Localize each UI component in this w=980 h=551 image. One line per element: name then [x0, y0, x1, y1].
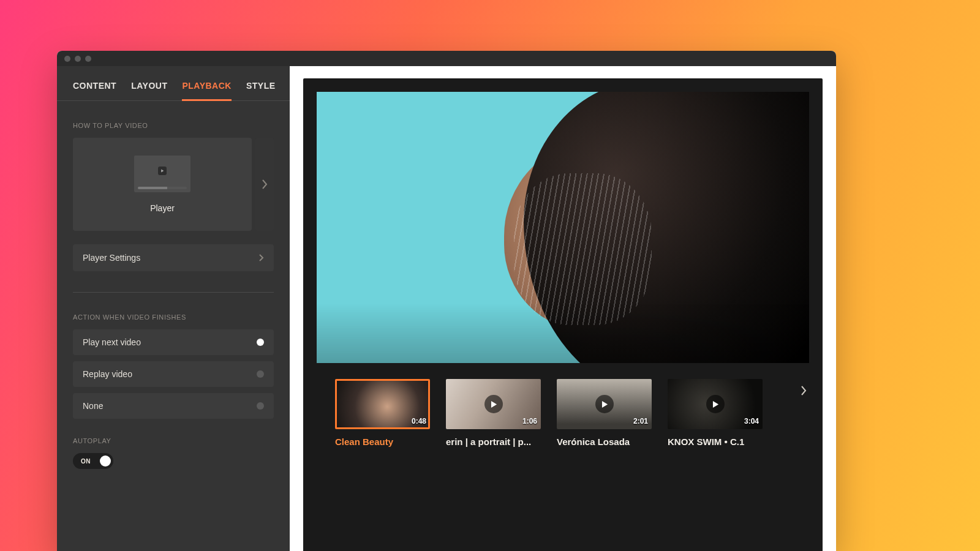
tab-layout[interactable]: LAYOUT [131, 81, 167, 100]
playlist-item: 3:04 KNOX SWIM • C.1 [668, 379, 763, 447]
finish-option-label: None [83, 401, 103, 411]
player-stage: 0:48 Clean Beauty 1:06 erin | a portrait… [303, 78, 823, 551]
tab-style[interactable]: STYLE [246, 81, 276, 100]
playlist-title[interactable]: Verónica Losada [557, 437, 652, 447]
player-thumbnail-icon [134, 156, 190, 192]
settings-sidebar: CONTENT LAYOUT PLAYBACK STYLE HOW TO PLA… [57, 66, 290, 551]
duration-badge: 1:06 [522, 417, 537, 425]
section-autoplay-label: AUTOPLAY [73, 437, 274, 453]
window-titlebar [57, 51, 836, 66]
finish-option-replay[interactable]: Replay video [73, 361, 274, 387]
play-overlay-icon [484, 395, 503, 413]
app-window: CONTENT LAYOUT PLAYBACK STYLE HOW TO PLA… [57, 51, 836, 551]
radio-indicator-icon [257, 370, 264, 378]
playlist-thumb[interactable]: 3:04 [668, 379, 763, 429]
video-art [317, 304, 809, 364]
playlist-item: 0:48 Clean Beauty [335, 379, 430, 447]
play-mode-card-player[interactable]: Player [73, 138, 252, 231]
playlist-title[interactable]: Clean Beauty [335, 437, 430, 447]
main-video-frame[interactable] [317, 92, 809, 363]
play-overlay-icon [595, 395, 614, 413]
playlist-thumb[interactable]: 0:48 [335, 379, 430, 429]
duration-badge: 2:01 [633, 417, 648, 425]
duration-badge: 0:48 [412, 417, 426, 425]
finish-action-radio-group: Play next video Replay video None [57, 329, 290, 419]
preview-pane: 0:48 Clean Beauty 1:06 erin | a portrait… [290, 66, 836, 551]
playlist-item: 2:01 Verónica Losada [557, 379, 652, 447]
play-mode-caption: Player [150, 203, 175, 213]
chevron-right-icon [262, 179, 268, 189]
finish-option-label: Replay video [83, 369, 132, 379]
chevron-right-icon [259, 254, 264, 261]
autoplay-toggle[interactable]: ON [73, 453, 113, 469]
play-icon [158, 167, 167, 175]
finish-option-none[interactable]: None [73, 393, 274, 419]
settings-tabs: CONTENT LAYOUT PLAYBACK STYLE [57, 66, 290, 101]
chevron-right-icon [801, 386, 807, 395]
tab-content[interactable]: CONTENT [73, 81, 116, 100]
playlist-thumb[interactable]: 2:01 [557, 379, 652, 429]
window-close-dot[interactable] [64, 56, 70, 62]
play-mode-next-button[interactable] [255, 138, 274, 231]
duration-badge: 3:04 [744, 417, 759, 425]
window-min-dot[interactable] [75, 56, 81, 62]
autoplay-section: AUTOPLAY ON [57, 419, 290, 469]
playlist-next-button[interactable] [796, 383, 812, 399]
tab-playback[interactable]: PLAYBACK [182, 81, 232, 101]
radio-indicator-icon [257, 402, 264, 410]
playlist-strip: 0:48 Clean Beauty 1:06 erin | a portrait… [317, 363, 809, 447]
play-mode-picker: Player [57, 138, 290, 231]
section-howto-label: HOW TO PLAY VIDEO [57, 101, 290, 138]
playlist-item: 1:06 erin | a portrait | p... [446, 379, 541, 447]
section-finish-label: ACTION WHEN VIDEO FINISHES [57, 293, 290, 329]
app-body: CONTENT LAYOUT PLAYBACK STYLE HOW TO PLA… [57, 66, 836, 551]
player-settings-label: Player Settings [83, 253, 140, 263]
autoplay-toggle-label: ON [75, 458, 96, 465]
toggle-knob-icon [100, 455, 111, 467]
player-settings-button[interactable]: Player Settings [73, 244, 274, 271]
play-overlay-icon [706, 395, 725, 413]
playlist-title[interactable]: KNOX SWIM • C.1 [668, 437, 763, 447]
window-max-dot[interactable] [85, 56, 91, 62]
playlist-thumb[interactable]: 1:06 [446, 379, 541, 429]
finish-option-label: Play next video [83, 337, 141, 347]
playlist-title[interactable]: erin | a portrait | p... [446, 437, 541, 447]
video-art [514, 173, 652, 325]
radio-indicator-icon [257, 339, 264, 346]
finish-option-play-next[interactable]: Play next video [73, 329, 274, 355]
